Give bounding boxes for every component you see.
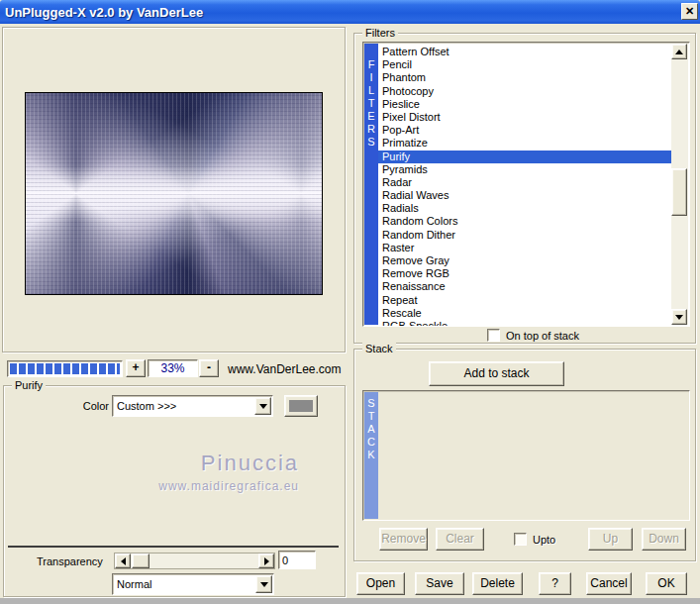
save-button[interactable]: Save <box>415 572 464 595</box>
title-bar[interactable]: UnPlugged-X v2.0 by VanDerLee ✕ <box>0 0 700 24</box>
watermark-url: www.maidiregrafica.eu <box>40 479 299 493</box>
open-button[interactable]: Open <box>356 572 405 595</box>
filter-item[interactable]: Pyramids <box>378 163 671 176</box>
transparency-label: Transparency <box>37 555 103 567</box>
slider-left-arrow-icon[interactable] <box>115 554 131 568</box>
on-top-of-stack-label: On top of stack <box>506 330 579 342</box>
filter-item[interactable]: Remove RGB <box>378 267 671 280</box>
filters-group-label: Filters <box>362 27 398 39</box>
plugin-dialog: UnPlugged-X v2.0 by VanDerLee ✕ + 33% - … <box>0 0 700 604</box>
watermark-name: Pinuccia <box>40 451 299 476</box>
filter-item[interactable]: Photocopy <box>378 85 671 98</box>
filters-listbox: FILTERS Pattern OffsetPencilPhantomPhoto… <box>362 42 690 327</box>
color-swatch-button[interactable] <box>284 395 318 417</box>
filter-item[interactable]: Radial Waves <box>378 189 671 202</box>
upto-checkbox[interactable] <box>514 533 527 546</box>
clear-button[interactable]: Clear <box>436 528 484 551</box>
filter-item[interactable]: Random Dither <box>378 229 671 242</box>
watermark: Pinuccia www.maidiregrafica.eu <box>40 451 299 493</box>
blend-mode-combobox[interactable]: Normal <box>112 573 274 595</box>
filter-item[interactable]: RGB Speckle <box>378 320 671 327</box>
on-top-of-stack-checkbox[interactable] <box>487 329 500 342</box>
filter-item[interactable]: Pieslice <box>378 98 671 111</box>
filter-item[interactable]: Phantom <box>378 71 671 84</box>
zoom-in-button[interactable]: + <box>126 359 146 377</box>
remove-button[interactable]: Remove <box>379 528 428 551</box>
filter-item[interactable]: Remove Gray <box>378 254 671 267</box>
filters-list-items: Pattern OffsetPencilPhantomPhotocopyPies… <box>378 44 671 327</box>
zoom-level-display: 33% <box>148 359 198 377</box>
filter-item[interactable]: Pattern Offset <box>378 46 671 58</box>
window-title: UnPlugged-X v2.0 by VanDerLee <box>0 5 203 20</box>
filters-side-label: FILTERS <box>364 44 378 325</box>
filter-item[interactable]: Radar <box>378 176 671 189</box>
filter-item[interactable]: Random Colors <box>378 215 671 228</box>
scrollbar-thumb[interactable] <box>671 168 687 216</box>
filter-item[interactable]: Pixel Distort <box>378 111 671 124</box>
chevron-down-icon[interactable] <box>254 397 271 415</box>
transparency-input[interactable] <box>278 551 316 569</box>
close-icon[interactable]: ✕ <box>681 3 698 20</box>
progress-bar <box>7 360 123 377</box>
ok-button[interactable]: OK <box>646 572 687 595</box>
filter-item[interactable]: Renaissance <box>378 280 671 293</box>
filters-scrollbar[interactable] <box>671 44 688 325</box>
chevron-down-icon[interactable] <box>255 575 272 593</box>
filter-item[interactable]: Pop-Art <box>378 124 671 137</box>
preview-image[interactable] <box>25 92 323 295</box>
zoom-out-button[interactable]: - <box>199 359 219 377</box>
color-label: Color <box>79 400 109 412</box>
progress-fill <box>10 363 120 374</box>
bottom-strip <box>0 598 700 604</box>
stack-group-label: Stack <box>362 343 396 354</box>
filter-item[interactable]: Primatize <box>378 137 671 150</box>
transparency-slider[interactable] <box>114 553 275 569</box>
scroll-down-icon[interactable] <box>671 309 687 325</box>
upto-label: Upto <box>533 534 555 546</box>
slider-thumb[interactable] <box>132 554 150 568</box>
color-combobox[interactable]: Custom >>> <box>112 395 273 417</box>
scroll-up-icon[interactable] <box>671 44 687 59</box>
down-button[interactable]: Down <box>642 528 686 551</box>
color-swatch <box>289 400 313 412</box>
cancel-button[interactable]: Cancel <box>586 572 632 595</box>
preview-panel <box>2 27 346 352</box>
filter-item[interactable]: Purify <box>378 151 671 163</box>
slider-right-arrow-icon[interactable] <box>258 554 274 568</box>
stack-listbox: STACK <box>362 390 690 521</box>
filter-item[interactable]: Radials <box>378 202 671 215</box>
filter-item[interactable]: Pencil <box>378 58 671 71</box>
divider <box>8 546 339 548</box>
blend-mode-value: Normal <box>117 578 151 590</box>
up-button[interactable]: Up <box>588 528 633 551</box>
filter-item[interactable]: Raster <box>378 242 671 254</box>
purify-group-label: Purify <box>12 379 46 391</box>
color-combobox-value: Custom >>> <box>117 400 176 412</box>
filter-item[interactable]: Repeat <box>378 294 671 307</box>
add-to-stack-button[interactable]: Add to stack <box>429 361 564 386</box>
filter-item[interactable]: Rescale <box>378 307 671 320</box>
help-button[interactable]: ? <box>539 572 571 595</box>
delete-button[interactable]: Delete <box>472 572 523 595</box>
stack-side-label: STACK <box>364 392 378 519</box>
vanderlee-link[interactable]: www.VanDerLee.com <box>228 362 342 376</box>
